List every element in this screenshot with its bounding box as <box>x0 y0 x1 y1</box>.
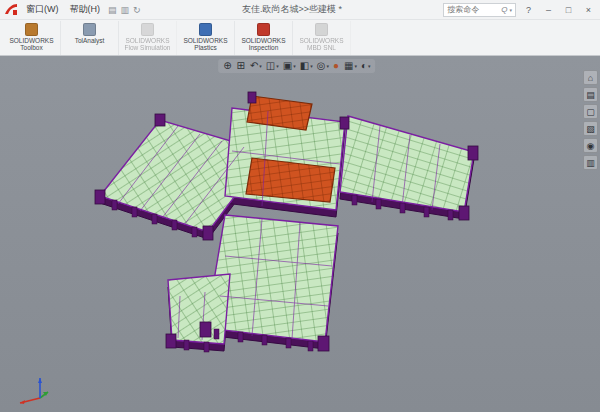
addin-label: SOLIDWORKS Plastics <box>177 37 234 51</box>
apply-scene-icon: ▦ <box>344 60 353 72</box>
chevron-down-icon: ▾ <box>293 60 296 72</box>
close-button[interactable]: × <box>581 5 596 15</box>
display-style-button[interactable]: ◧ ▾ <box>300 60 313 72</box>
properties-icon: ▥ <box>586 158 595 168</box>
addin-mbd-snl[interactable]: SOLIDWORKS MBD SNL <box>293 21 351 55</box>
heads-up-view-toolbar: ⊕ ⊞ ↶ ▾ ◫ ▾ ▣ ▾ ◧ ▾ <box>218 59 375 73</box>
flow-simulation-icon <box>141 23 154 36</box>
chevron-down-icon: ▾ <box>354 60 357 72</box>
zoom-fit-icon: ⊕ <box>223 60 231 72</box>
zoom-area-icon: ⊞ <box>237 60 245 72</box>
mbd-icon <box>315 23 328 36</box>
ribbon-addins: SOLIDWORKS Toolbox TolAnalyst SOLIDWORKS… <box>0 20 600 56</box>
addin-tolanalyst[interactable]: TolAnalyst <box>61 21 119 55</box>
help-button[interactable]: ? <box>521 5 536 15</box>
document-title: 友佳.欧尚名城>>些建模 * <box>146 3 439 16</box>
open-file-icon[interactable]: ▤ <box>108 5 117 15</box>
tolanalyst-icon <box>83 23 96 36</box>
display-style-icon: ◧ <box>300 60 309 72</box>
graphics-area[interactable]: ⊕ ⊞ ↶ ▾ ◫ ▾ ▣ ▾ ◧ ▾ <box>0 56 600 412</box>
chevron-down-icon: ▾ <box>259 60 262 72</box>
zoom-area-button[interactable]: ⊞ <box>237 60 246 72</box>
command-search[interactable]: Q ▾ <box>443 3 516 17</box>
addin-label: SOLIDWORKS MBD SNL <box>293 37 350 51</box>
appearance-ball-icon: ◉ <box>587 141 595 151</box>
chevron-down-icon: ▾ <box>326 60 329 72</box>
previous-view-icon: ↶ <box>250 60 258 72</box>
previous-view-button[interactable]: ↶ ▾ <box>250 60 262 72</box>
plastics-icon <box>199 23 212 36</box>
orientation-triad <box>12 372 50 404</box>
addin-label: TolAnalyst <box>75 37 105 44</box>
minimize-button[interactable]: – <box>541 5 556 15</box>
home-icon: ⌂ <box>588 73 593 83</box>
addin-inspection[interactable]: SOLIDWORKS Inspection <box>235 21 293 55</box>
section-view-icon: ◫ <box>266 60 275 72</box>
addin-label: SOLIDWORKS Toolbox <box>3 37 60 51</box>
tab-design-library[interactable]: ▤ <box>583 87 598 102</box>
addin-label: SOLIDWORKS Flow Simulation <box>119 37 176 51</box>
tab-appearances[interactable]: ◉ <box>583 138 598 153</box>
task-pane-tabs: ⌂ ▤ ▢ ▧ ◉ ▥ <box>583 70 598 170</box>
solidworks-logo-icon[interactable] <box>4 3 18 16</box>
menu-help[interactable]: 帮助(H) <box>67 3 104 16</box>
view-orientation-button[interactable]: ▣ ▾ <box>283 60 296 72</box>
rebuild-icon[interactable]: ↻ <box>133 5 141 15</box>
chevron-down-icon[interactable]: ▾ <box>509 7 512 13</box>
chevron-down-icon: ▾ <box>368 60 371 72</box>
section-view-button[interactable]: ◫ ▾ <box>266 60 279 72</box>
edit-appearance-button[interactable]: ● <box>333 60 340 72</box>
addin-plastics[interactable]: SOLIDWORKS Plastics <box>177 21 235 55</box>
edit-appearance-icon: ● <box>333 60 339 72</box>
tab-solidworks-resources[interactable]: ⌂ <box>583 70 598 85</box>
addin-solidworks-toolbox[interactable]: SOLIDWORKS Toolbox <box>3 21 61 55</box>
zoom-fit-button[interactable]: ⊕ <box>223 60 232 72</box>
folder-icon: ▢ <box>586 107 595 117</box>
library-icon: ▤ <box>586 90 595 100</box>
view-settings-icon: ◐ <box>361 60 367 72</box>
tab-custom-properties[interactable]: ▥ <box>583 155 598 170</box>
tab-file-explorer[interactable]: ▢ <box>583 104 598 119</box>
palette-icon: ▧ <box>586 124 595 134</box>
tab-view-palette[interactable]: ▧ <box>583 121 598 136</box>
model-3d[interactable] <box>0 56 600 412</box>
maximize-button[interactable]: □ <box>561 5 576 15</box>
menu-window[interactable]: 窗口(W) <box>23 3 62 16</box>
chevron-down-icon: ▾ <box>276 60 279 72</box>
save-icon[interactable]: ▥ <box>121 5 130 15</box>
addin-label: SOLIDWORKS Inspection <box>235 37 292 51</box>
hide-show-items-button[interactable]: ◎ ▾ <box>317 60 329 72</box>
addin-flow-simulation[interactable]: SOLIDWORKS Flow Simulation <box>119 21 177 55</box>
view-orientation-icon: ▣ <box>283 60 292 72</box>
toolbox-icon <box>25 23 38 36</box>
inspection-icon <box>257 23 270 36</box>
apply-scene-button[interactable]: ▦ ▾ <box>344 60 357 72</box>
search-input[interactable] <box>447 5 499 14</box>
search-icon[interactable]: Q <box>501 5 507 14</box>
title-bar: 窗口(W) 帮助(H) ▤ ▥ ↻ 友佳.欧尚名城>>些建模 * Q ▾ ? –… <box>0 0 600 20</box>
view-settings-button[interactable]: ◐ ▾ <box>361 60 371 72</box>
solidworks-window: 窗口(W) 帮助(H) ▤ ▥ ↻ 友佳.欧尚名城>>些建模 * Q ▾ ? –… <box>0 0 600 412</box>
hide-show-items-icon: ◎ <box>317 60 326 72</box>
chevron-down-icon: ▾ <box>310 60 313 72</box>
